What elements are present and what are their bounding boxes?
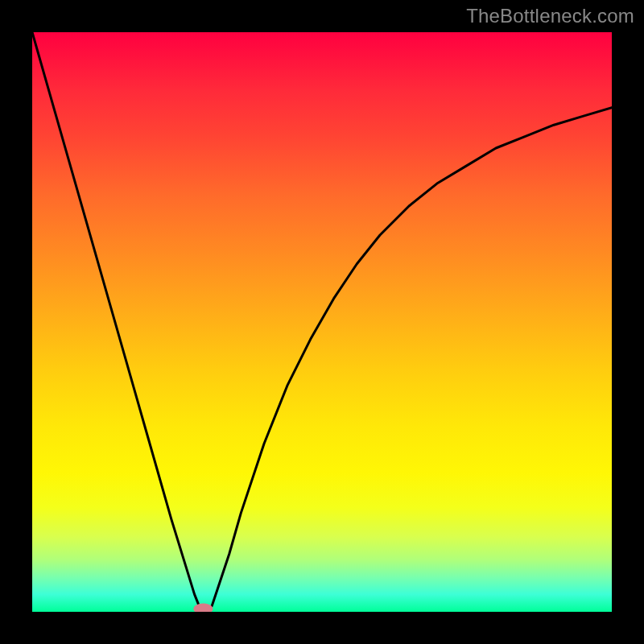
curve-svg	[32, 32, 612, 612]
minimum-marker	[193, 603, 213, 612]
plot-area	[32, 32, 612, 612]
bottleneck-curve-path	[32, 32, 612, 612]
chart-frame: TheBottleneck.com	[0, 0, 644, 644]
watermark-label: TheBottleneck.com	[466, 5, 634, 27]
